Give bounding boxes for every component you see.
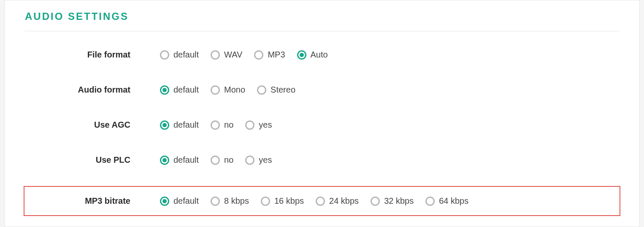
radio-label: default [173, 120, 199, 130]
radio-icon [160, 85, 169, 95]
radio-file-format-auto[interactable]: Auto [297, 50, 328, 60]
radio-label: 64 kbps [439, 196, 468, 206]
label-file-format: File format [25, 50, 160, 60]
radio-icon [245, 120, 254, 130]
radio-icon [211, 197, 220, 206]
options-use-agc: default no yes [160, 120, 272, 130]
radio-icon [160, 120, 169, 130]
radio-use-plc-yes[interactable]: yes [245, 155, 272, 165]
radio-file-format-wav[interactable]: WAV [211, 50, 242, 60]
radio-icon [245, 156, 254, 165]
radio-mp3-bitrate-8[interactable]: 8 kbps [211, 196, 249, 206]
radio-label: 32 kbps [384, 196, 414, 206]
options-file-format: default WAV MP3 Auto [160, 50, 328, 60]
radio-use-plc-default[interactable]: default [160, 155, 199, 165]
radio-label: no [224, 155, 233, 165]
radio-icon [160, 197, 169, 206]
radio-icon [160, 156, 169, 165]
radio-icon [261, 197, 270, 206]
radio-mp3-bitrate-32[interactable]: 32 kbps [371, 196, 414, 206]
radio-label: 24 kbps [329, 196, 359, 206]
audio-settings-panel: AUDIO SETTINGS File format default WAV M… [4, 0, 640, 227]
row-mp3-bitrate: MP3 bitrate default 8 kbps 16 kbps 24 kb… [24, 186, 620, 216]
radio-label: 8 kbps [224, 196, 249, 206]
radio-icon [316, 197, 325, 206]
radio-mp3-bitrate-64[interactable]: 64 kbps [425, 196, 468, 206]
row-use-agc: Use AGC default no yes [25, 116, 619, 134]
label-use-agc: Use AGC [25, 120, 160, 130]
radio-use-agc-no[interactable]: no [211, 120, 233, 130]
radio-label: Mono [224, 85, 245, 95]
radio-icon [254, 50, 263, 60]
row-audio-format: Audio format default Mono Stereo [25, 81, 619, 99]
section-title: AUDIO SETTINGS [25, 11, 619, 31]
row-use-plc: Use PLC default no yes [25, 151, 619, 169]
options-use-plc: default no yes [160, 155, 272, 165]
radio-label: default [173, 196, 199, 206]
radio-file-format-mp3[interactable]: MP3 [254, 50, 285, 60]
radio-mp3-bitrate-24[interactable]: 24 kbps [316, 196, 359, 206]
radio-file-format-default[interactable]: default [160, 50, 199, 60]
radio-use-agc-default[interactable]: default [160, 120, 199, 130]
radio-label: MP3 [268, 50, 285, 60]
label-mp3-bitrate: MP3 bitrate [25, 196, 160, 206]
radio-icon [211, 50, 220, 60]
radio-mp3-bitrate-16[interactable]: 16 kbps [261, 196, 304, 206]
radio-audio-format-mono[interactable]: Mono [211, 85, 245, 95]
radio-audio-format-stereo[interactable]: Stereo [257, 85, 295, 95]
radio-icon [425, 197, 435, 206]
label-audio-format: Audio format [25, 85, 160, 95]
radio-mp3-bitrate-default[interactable]: default [160, 196, 199, 206]
radio-audio-format-default[interactable]: default [160, 85, 199, 95]
radio-label: 16 kbps [274, 196, 304, 206]
radio-icon [160, 50, 169, 60]
row-file-format: File format default WAV MP3 Auto [25, 46, 619, 64]
radio-label: Auto [311, 50, 328, 60]
radio-label: no [224, 120, 233, 130]
options-mp3-bitrate: default 8 kbps 16 kbps 24 kbps 32 kbps 6… [160, 196, 468, 206]
radio-icon [297, 50, 306, 60]
radio-label: default [173, 85, 199, 95]
radio-label: default [173, 50, 199, 60]
radio-label: yes [259, 120, 272, 130]
radio-use-agc-yes[interactable]: yes [245, 120, 272, 130]
label-use-plc: Use PLC [25, 155, 160, 165]
radio-icon [211, 120, 220, 130]
radio-label: yes [259, 155, 272, 165]
radio-use-plc-no[interactable]: no [211, 155, 233, 165]
radio-icon [257, 85, 266, 95]
radio-label: default [173, 155, 199, 165]
options-audio-format: default Mono Stereo [160, 85, 295, 95]
radio-label: WAV [224, 50, 242, 60]
radio-icon [211, 85, 220, 95]
radio-label: Stereo [271, 85, 295, 95]
radio-icon [211, 156, 220, 165]
radio-icon [371, 197, 380, 206]
